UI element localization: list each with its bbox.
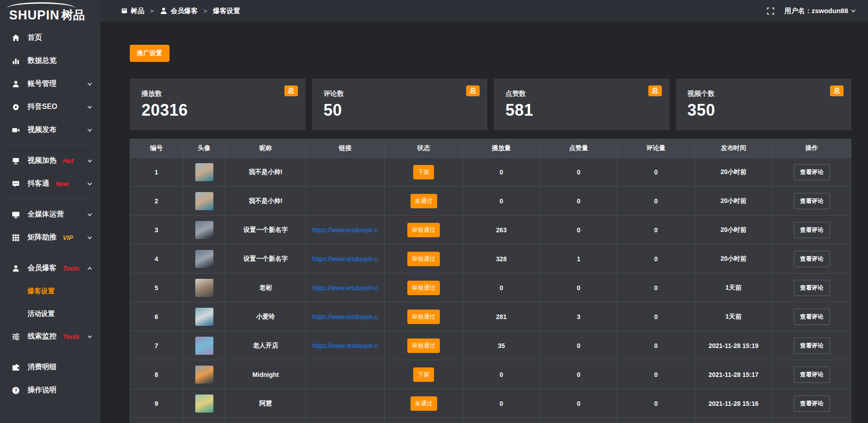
window-icon (121, 8, 127, 14)
view-comments-button[interactable]: 查看评论 (794, 367, 830, 383)
main-area: 树品>会员爆客>爆客设置 用户名：zswodun88 推广设置 播放数20316… (100, 0, 868, 423)
cell-status: 审核通过 (385, 331, 463, 360)
sidebar-item-home[interactable]: 首页 (0, 26, 100, 49)
sidebar-item-consumption-detail[interactable]: 消费明细 (0, 356, 100, 379)
chevron-down-icon (88, 81, 92, 85)
video-link[interactable]: https://www.iesdouyin.c (312, 313, 378, 320)
wallet-icon (12, 363, 21, 371)
cell-status: 下架 (385, 158, 463, 187)
breadcrumb-item[interactable]: 会员爆客 (160, 7, 198, 15)
column-header: 编号 (130, 139, 183, 158)
view-comments-button[interactable]: 查看评论 (794, 251, 830, 267)
promo-settings-button[interactable]: 推广设置 (130, 45, 170, 62)
column-header: 昵称 (226, 139, 306, 158)
username-menu[interactable]: 用户名：zswodun88 (784, 7, 855, 15)
video-link[interactable]: https://www.iesdouyin.c (312, 342, 378, 349)
status-badge: 审核通过 (407, 338, 440, 353)
cell-nickname: 设置一个新名字 (226, 216, 306, 244)
sidebar-item-label: 首页 (28, 33, 42, 42)
table-row (130, 418, 851, 423)
view-comments-button[interactable]: 查看评论 (794, 338, 830, 354)
avatar (195, 192, 213, 210)
cell-avatar (183, 360, 226, 389)
status-badge: 审核通过 (407, 281, 440, 295)
videos-table-wrap: 编号头像昵称链接状态播放量点赞量评论量发布时间操作 1我不是小帅!下架00020… (130, 139, 851, 423)
sidebar-item-label: 视频发布 (28, 125, 57, 135)
cell-action: 查看评论 (773, 360, 851, 389)
video-link[interactable]: https://www.iesdouyin.c (312, 284, 378, 291)
sidebar-divider (7, 253, 93, 253)
sliders-icon (12, 333, 21, 341)
fullscreen-icon[interactable] (767, 7, 774, 15)
sidebar-item-badge: Tools (63, 333, 80, 340)
cell-avatar (183, 273, 226, 302)
breadcrumb-item[interactable]: 树品 (121, 7, 144, 15)
sidebar-item-operation-guide[interactable]: ?操作说明 (0, 379, 100, 402)
cell-id: 8 (130, 360, 183, 389)
view-comments-button[interactable]: 查看评论 (794, 280, 830, 296)
cell-nickname: Midnight (226, 360, 306, 389)
stat-card: 播放数20316总 (130, 79, 306, 130)
cell-link: https://www.iesdouyin.c (306, 216, 385, 244)
sidebar-item-douyin-seo[interactable]: 抖音SEO (0, 95, 100, 118)
breadcrumb: 树品>会员爆客>爆客设置 (121, 7, 240, 15)
sidebar-item-video-heating[interactable]: 视频加热Hot (0, 149, 100, 172)
video-link[interactable]: https://www.iesdouyin.c (312, 226, 378, 234)
sidebar-item-member-baoke[interactable]: 会员爆客Tools (0, 257, 100, 280)
sidebar-item-label: 消费明细 (28, 362, 57, 372)
stat-label: 评论数 (324, 89, 476, 98)
video-icon (12, 126, 21, 134)
column-header: 评论量 (618, 139, 695, 158)
sidebar-item-douketong[interactable]: 抖客通New (0, 172, 100, 195)
status-badge: 审核通过 (407, 223, 440, 237)
cell-link (306, 389, 385, 418)
cell-avatar (183, 331, 226, 360)
total-badge: 总 (648, 85, 662, 96)
chart-icon (12, 57, 21, 65)
view-comments-button[interactable]: 查看评论 (794, 395, 830, 412)
view-comments-button[interactable]: 查看评论 (794, 222, 830, 238)
sidebar-item-data-overview[interactable]: 数据总览 (0, 49, 100, 72)
status-badge: 下架 (413, 165, 434, 179)
sidebar-item-video-publish[interactable]: 视频发布 (0, 118, 100, 141)
app-window: SHUPIN树品 首页数据总览账号管理抖音SEO视频发布视频加热Hot抖客通Ne… (0, 0, 868, 423)
table-header-row: 编号头像昵称链接状态播放量点赞量评论量发布时间操作 (130, 139, 851, 158)
column-header: 点赞量 (540, 139, 618, 158)
cell-comments: 0 (618, 302, 695, 331)
cell-action: 查看评论 (773, 389, 851, 418)
cell-link (306, 158, 385, 187)
username-label: 用户名：zswodun88 (784, 7, 848, 15)
breadcrumb-item[interactable]: 爆客设置 (213, 7, 240, 15)
sidebar-item-account-management[interactable]: 账号管理 (0, 72, 100, 95)
cell-id: 5 (130, 273, 183, 302)
breadcrumb-separator: > (204, 8, 208, 14)
sidebar-item-matrix-boost[interactable]: 矩阵助推VIP (0, 226, 100, 249)
status-badge: 未通过 (410, 194, 437, 208)
view-comments-button[interactable]: 查看评论 (794, 309, 830, 325)
view-comments-button[interactable]: 查看评论 (794, 164, 830, 180)
cell-plays: 281 (463, 302, 540, 331)
avatar (195, 279, 213, 297)
cell-id: 9 (130, 389, 183, 418)
cell-time: 20小时前 (695, 216, 773, 244)
video-link[interactable]: https://www.iesdouyin.c (312, 255, 378, 263)
topbar: 树品>会员爆客>爆客设置 用户名：zswodun88 (100, 0, 868, 22)
cell-avatar (183, 302, 226, 331)
sidebar-item-all-media-operation[interactable]: 全媒体运营 (0, 203, 100, 226)
user-icon (12, 80, 21, 88)
table-row: 6小爱玲https://www.iesdouyin.c审核通过281301天前查… (130, 302, 851, 331)
avatar (195, 250, 213, 268)
table-row: 4设置一个新名字https://www.iesdouyin.c审核通过32810… (130, 244, 851, 273)
total-badge: 总 (466, 85, 480, 96)
sidebar-item-badge: New (56, 180, 69, 188)
view-comments-button[interactable]: 查看评论 (794, 193, 830, 209)
cell-comments: 0 (618, 389, 695, 418)
sidebar-subitem-activity-settings[interactable]: 活动设置 (0, 302, 100, 325)
avatar (195, 366, 213, 384)
sidebar-item-clue-monitor[interactable]: 线索监控Tools (0, 325, 100, 348)
cell-id: 7 (130, 331, 183, 360)
sidebar-item-label: 线索监控 (28, 332, 57, 341)
sidebar-subitem-baoke-settings[interactable]: 爆客设置 (0, 280, 100, 302)
cell-time: 2021-11-28 15:16 (695, 389, 773, 418)
cell-nickname (226, 418, 306, 423)
